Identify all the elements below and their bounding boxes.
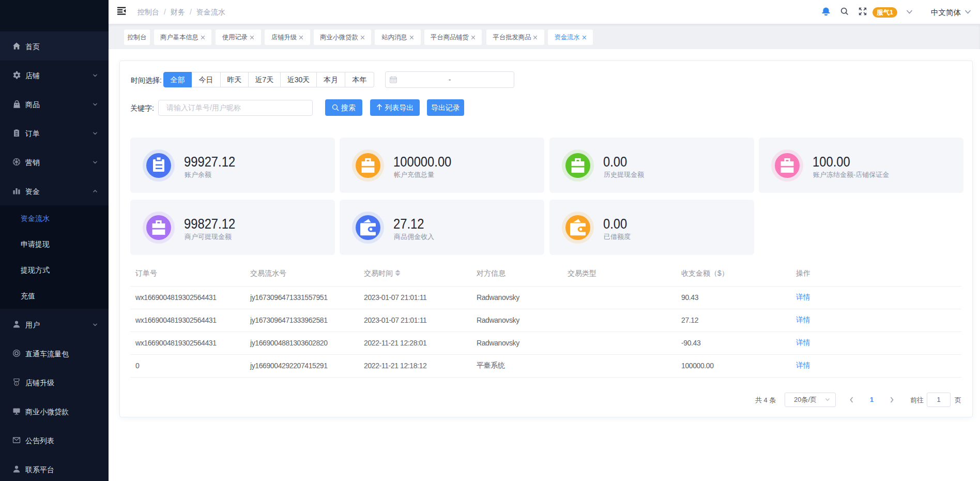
svg-text:1: 1 <box>16 382 18 385</box>
